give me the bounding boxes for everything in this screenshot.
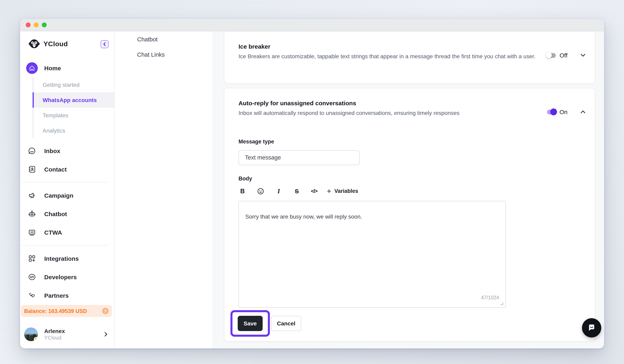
ice-breaker-toggle[interactable]	[547, 53, 556, 58]
brand-name: YCloud	[43, 40, 68, 48]
code-icon[interactable]: </>	[311, 188, 317, 194]
chevron-right-icon	[103, 331, 109, 337]
subsidebar-item-chat-links[interactable]: Chat Links	[115, 47, 213, 62]
strikethrough-icon[interactable]: S	[293, 188, 301, 194]
variables-label: Variables	[335, 188, 358, 194]
user-org: YCloud	[44, 335, 65, 341]
chevron-down-icon[interactable]	[580, 52, 586, 58]
sidebar-item-label: Chatbot	[44, 210, 67, 217]
account-switcher[interactable]: Arlenex YCloud	[24, 327, 109, 341]
ice-breaker-toggle-label: Off	[560, 52, 568, 59]
window-titlebar	[20, 19, 604, 31]
sidebar-divider	[22, 182, 109, 182]
sub-item-label: Analytics	[43, 127, 65, 134]
svg-text:AD: AD	[30, 231, 34, 233]
subsidebar-item-label: Chat Links	[137, 51, 165, 58]
app-window: YCloud Home Getting started WhatsApp acc…	[20, 19, 604, 348]
formatting-toolbar: B I S	[238, 186, 586, 196]
body-field-wrap: Sorry that we are busy now, we will repl…	[238, 201, 506, 308]
auto-reply-card: Auto-reply for unassigned conversations …	[224, 88, 595, 341]
message-type-value: Text message	[245, 154, 281, 161]
auto-reply-title: Auto-reply for unassigned conversations	[238, 100, 586, 107]
blocks-plus-icon	[28, 254, 36, 263]
subsidebar-item-chatbot[interactable]: Chatbot	[115, 32, 213, 47]
balance-help-icon[interactable]: ?	[102, 308, 109, 314]
sidebar-divider	[22, 245, 109, 246]
bold-icon[interactable]: B	[238, 187, 247, 195]
user-meta: Arlenex YCloud	[44, 327, 65, 341]
robot-icon	[28, 209, 36, 218]
hearts-icon	[28, 291, 36, 299]
char-counter: 47/1024	[481, 295, 499, 300]
sidebar: YCloud Home Getting started WhatsApp acc…	[20, 31, 115, 348]
sidebar-item-label: Partners	[44, 292, 69, 299]
user-name: Arlenex	[44, 327, 65, 335]
maximize-window-icon[interactable]	[42, 23, 47, 27]
close-window-icon[interactable]	[26, 23, 30, 27]
sidebar-item-partners[interactable]: Partners	[20, 286, 114, 305]
auto-reply-description: Inbox will automatically respond to unas…	[238, 109, 586, 117]
collapse-sidebar-button[interactable]	[101, 40, 109, 48]
contact-book-icon	[28, 165, 36, 173]
sidebar-item-templates[interactable]: Templates	[33, 108, 114, 123]
ad-screen-icon: AD	[28, 228, 36, 236]
sidebar-item-label: Inbox	[44, 147, 60, 154]
support-chat-launcher[interactable]	[582, 318, 601, 338]
sidebar-item-contact[interactable]: Contact	[20, 160, 114, 178]
sidebar-item-whatsapp-accounts[interactable]: WhatsApp accounts	[33, 92, 114, 108]
message-type-label: Message type	[238, 138, 586, 144]
chat-bubble-icon	[587, 323, 596, 332]
sidebar-item-home[interactable]: Home	[20, 59, 114, 77]
ice-breaker-title: Ice breaker	[238, 43, 586, 50]
home-icon	[26, 62, 38, 74]
avatar	[24, 327, 38, 341]
megaphone-icon	[28, 191, 36, 200]
toggle-knob	[550, 109, 557, 115]
status-dot	[34, 337, 38, 341]
balance-badge[interactable]: Balance: 163.49539 USD ?	[21, 305, 112, 317]
save-button[interactable]: Save	[238, 316, 263, 331]
main-content: Ice breaker Ice Breakers are customizabl…	[213, 31, 604, 348]
emoji-icon[interactable]	[257, 187, 265, 195]
home-submenu: Getting started WhatsApp accounts Templa…	[33, 77, 114, 138]
add-variables-button[interactable]: + Variables	[327, 187, 358, 195]
brand-row: YCloud	[20, 37, 114, 51]
form-actions: Save Cancel	[231, 310, 586, 337]
sidebar-item-label: Contact	[44, 166, 67, 173]
auto-reply-controls: On	[547, 109, 586, 115]
sidebar-item-inbox[interactable]: Inbox	[20, 141, 114, 160]
sidebar-item-label: Campaign	[44, 192, 73, 199]
cancel-button[interactable]: Cancel	[271, 316, 301, 331]
sidebar-item-label: CTWA	[44, 229, 62, 236]
code-circle-icon	[28, 273, 36, 281]
sub-item-label: Getting started	[43, 82, 80, 88]
sidebar-item-analytics[interactable]: Analytics	[33, 123, 114, 138]
page: YCloud Home Getting started WhatsApp acc…	[0, 0, 624, 364]
auto-reply-toggle[interactable]	[547, 110, 556, 114]
resize-handle[interactable]	[500, 302, 503, 305]
sidebar-item-chatbot[interactable]: Chatbot	[20, 205, 114, 223]
chevron-up-icon[interactable]	[580, 109, 586, 115]
sidebar-item-developers[interactable]: Developers	[20, 268, 114, 286]
sidebar-item-getting-started[interactable]: Getting started	[33, 77, 114, 92]
minimize-window-icon[interactable]	[34, 23, 39, 27]
italic-icon[interactable]: I	[275, 187, 283, 195]
chat-smile-icon	[28, 146, 36, 155]
sidebar-item-ctwa[interactable]: AD CTWA	[20, 223, 114, 241]
save-highlight-annotation: Save	[231, 310, 270, 337]
chevron-left-icon	[103, 42, 106, 46]
sub-item-label: WhatsApp accounts	[43, 97, 97, 103]
sidebar-item-label: Home	[44, 65, 61, 71]
sidebar-item-integrations[interactable]: Integrations	[20, 249, 114, 268]
ice-breaker-controls: Off	[547, 52, 586, 59]
window-content: YCloud Home Getting started WhatsApp acc…	[20, 31, 604, 348]
ice-breaker-card: Ice breaker Ice Breakers are customizabl…	[224, 32, 595, 84]
body-input[interactable]: Sorry that we are busy now, we will repl…	[238, 201, 506, 308]
auto-reply-toggle-label: On	[559, 109, 568, 115]
ycloud-monkey-logo-icon	[28, 38, 40, 50]
sidebar-item-campaign[interactable]: Campaign	[20, 186, 114, 205]
subsidebar-item-label: Chatbot	[137, 36, 158, 43]
sidebar-item-label: Developers	[44, 273, 77, 280]
plus-icon: +	[327, 187, 331, 195]
message-type-select[interactable]: Text message	[238, 150, 360, 165]
